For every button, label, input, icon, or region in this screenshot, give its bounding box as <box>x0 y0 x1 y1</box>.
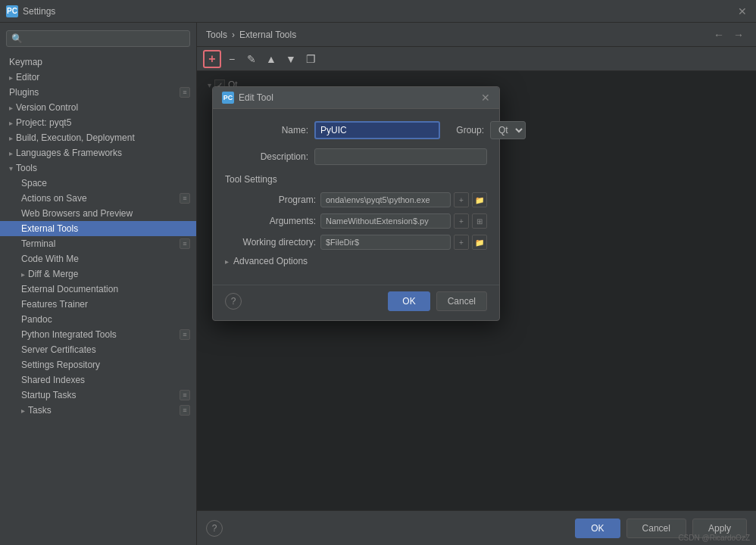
name-input[interactable] <box>314 121 440 139</box>
sidebar-item-label-settingsrepo: Settings Repository <box>21 360 100 370</box>
tasks-indicator: ≡ <box>180 405 190 416</box>
breadcrumb-bar: Tools › External Tools ← → <box>197 23 756 47</box>
working-dir-label: Working directory: <box>225 237 316 248</box>
working-dir-browse-button[interactable]: 📁 <box>472 235 487 250</box>
description-input[interactable] <box>314 148 487 165</box>
sidebar-item-label-diff: Diff & Merge <box>28 269 78 279</box>
tools-content: ✓ Qt PC Edit Tool ✕ <box>197 71 756 510</box>
name-row: Name: Group: Qt <box>225 121 487 139</box>
sidebar-item-label-editor: Editor <box>16 72 39 83</box>
expand-icon-vc <box>9 104 13 112</box>
breadcrumb-separator: › <box>232 30 235 40</box>
sidebar-item-settings-repo[interactable]: Settings Repository <box>0 357 196 372</box>
breadcrumb-nav: ← → <box>711 27 747 42</box>
sidebar-item-label-certs: Server Certificates <box>21 344 96 355</box>
copy-button[interactable]: ❐ <box>301 50 320 68</box>
breadcrumb-current: External Tools <box>239 30 296 40</box>
name-label: Name: <box>225 125 308 135</box>
breadcrumb-root: Tools <box>206 30 227 40</box>
modal-ok-button[interactable]: OK <box>388 291 430 311</box>
sidebar-item-keymap[interactable]: Keymap <box>0 54 196 70</box>
add-tool-button[interactable]: + <box>203 50 221 68</box>
search-input[interactable] <box>6 30 190 47</box>
sidebar-item-languages[interactable]: Languages & Frameworks <box>0 145 196 160</box>
cancel-button[interactable]: Cancel <box>626 519 686 538</box>
modal-help-button[interactable]: ? <box>225 293 242 310</box>
sidebar-item-label-plugins: Plugins <box>9 87 39 98</box>
sidebar-item-label-terminal: Terminal <box>21 238 55 249</box>
sidebar-item-python-tools[interactable]: Python Integrated Tools ≡ <box>0 327 196 342</box>
program-input[interactable] <box>320 192 451 207</box>
sidebar-item-label-actions: Actions on Save <box>21 193 87 204</box>
sidebar-item-shared-indexes[interactable]: Shared Indexes <box>0 372 196 388</box>
arguments-edit-button[interactable]: ⊞ <box>472 213 487 229</box>
sidebar-item-label-vc: Version Control <box>16 102 78 113</box>
description-label: Description: <box>225 151 308 162</box>
advanced-options-row[interactable]: Advanced Options <box>225 256 487 266</box>
sidebar-item-label-features: Features Trainer <box>21 299 88 310</box>
arguments-input[interactable] <box>320 213 451 229</box>
sidebar-item-web-browsers[interactable]: Web Browsers and Preview <box>0 206 196 221</box>
modal-cancel-button[interactable]: Cancel <box>436 291 487 311</box>
sidebar-item-external-docs[interactable]: External Documentation <box>0 282 196 297</box>
move-up-button[interactable]: ▲ <box>262 50 280 68</box>
help-button[interactable]: ? <box>206 520 223 537</box>
modal-close-button[interactable]: ✕ <box>481 92 490 104</box>
sidebar-item-startup-tasks[interactable]: Startup Tasks ≡ <box>0 388 196 403</box>
program-browse-button[interactable]: 📁 <box>472 192 487 207</box>
program-row: Program: + 📁 <box>225 192 487 207</box>
sidebar-item-terminal[interactable]: Terminal ≡ <box>0 236 196 251</box>
sidebar-item-features-trainer[interactable]: Features Trainer <box>0 297 196 312</box>
sidebar-item-tools[interactable]: Tools <box>0 160 196 176</box>
sidebar-item-editor[interactable]: Editor <box>0 70 196 85</box>
startup-indicator: ≡ <box>180 390 190 400</box>
expand-icon-project <box>9 119 13 127</box>
sidebar-item-pandoc[interactable]: Pandoc <box>0 312 196 327</box>
sidebar-item-label-tasks: Tasks <box>28 405 52 416</box>
arguments-insert-macro-button[interactable]: + <box>454 213 469 229</box>
edit-tool-button[interactable]: ✎ <box>242 50 261 68</box>
sidebar-item-project[interactable]: Project: pyqt5 <box>0 115 196 130</box>
apply-button[interactable]: Apply <box>692 519 747 538</box>
modal-overlay: PC Edit Tool ✕ Name: Group: <box>197 71 756 510</box>
sidebar-item-code-with-me[interactable]: Code With Me <box>0 251 196 266</box>
ok-button[interactable]: OK <box>575 519 620 538</box>
close-button[interactable]: ✕ <box>735 4 750 19</box>
sidebar-item-label-space: Space <box>21 178 47 188</box>
sidebar-item-actions-on-save[interactable]: Actions on Save ≡ <box>0 191 196 206</box>
expand-icon-tasks <box>21 406 25 415</box>
forward-button[interactable]: → <box>730 27 747 42</box>
plugins-indicator: ≡ <box>180 87 190 98</box>
sidebar-item-space[interactable]: Space <box>0 176 196 191</box>
sidebar-item-build[interactable]: Build, Execution, Deployment <box>0 130 196 145</box>
arguments-row: Arguments: + ⊞ <box>225 213 487 229</box>
back-button[interactable]: ← <box>711 27 727 42</box>
sidebar-item-server-certs[interactable]: Server Certificates <box>0 342 196 357</box>
terminal-indicator: ≡ <box>180 238 190 249</box>
program-insert-macro-button[interactable]: + <box>454 192 469 207</box>
sidebar-item-label-startup: Startup Tasks <box>21 390 76 400</box>
sidebar-item-plugins[interactable]: Plugins ≡ <box>0 85 196 100</box>
sidebar-item-tasks[interactable]: Tasks ≡ <box>0 403 196 418</box>
sidebar-item-label-pandoc: Pandoc <box>21 314 52 325</box>
move-down-button[interactable]: ▼ <box>282 50 300 68</box>
sidebar-item-label-tools: Tools <box>16 163 37 173</box>
search-bar <box>0 26 196 51</box>
expand-icon-lang <box>9 149 13 157</box>
working-dir-insert-macro-button[interactable]: + <box>454 235 469 250</box>
expand-icon-diff <box>21 270 25 279</box>
remove-tool-button[interactable]: − <box>223 50 241 68</box>
sidebar-item-label-build: Build, Execution, Deployment <box>16 132 135 143</box>
sidebar-item-diff-merge[interactable]: Diff & Merge <box>0 266 196 282</box>
right-panel: Tools › External Tools ← → + − ✎ ▲ ▼ ❐ <box>197 23 756 545</box>
actions-indicator: ≡ <box>180 193 190 204</box>
expand-icon-build <box>9 134 13 142</box>
working-dir-input[interactable] <box>320 235 451 250</box>
bottom-bar: ? OK Cancel Apply <box>197 510 756 545</box>
breadcrumb: Tools › External Tools <box>206 30 296 40</box>
sidebar-item-external-tools[interactable]: External Tools <box>0 221 196 236</box>
sidebar-item-version-control[interactable]: Version Control <box>0 100 196 115</box>
main-content: Keymap Editor Plugins ≡ Version Control <box>0 23 756 545</box>
arguments-label: Arguments: <box>225 216 316 226</box>
group-select[interactable]: Qt <box>490 121 526 139</box>
